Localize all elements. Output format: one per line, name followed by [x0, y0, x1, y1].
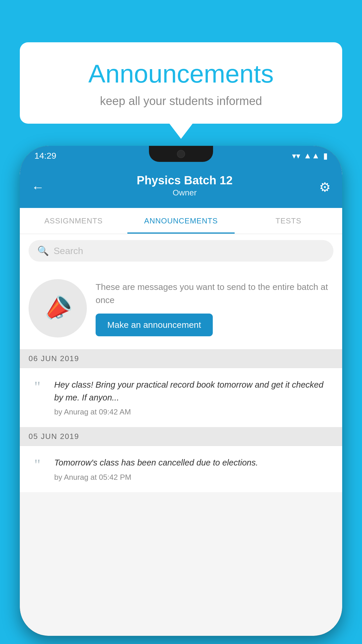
megaphone-icon: 📣 [39, 290, 76, 326]
promo-icon-circle: 📣 [29, 279, 87, 337]
settings-icon[interactable]: ⚙ [319, 180, 331, 195]
phone-frame: 14:29 ▾▾ ▲▲ ▮ ← Physics Batch 12 Owner ⚙ [20, 146, 342, 636]
phone-wrapper: 14:29 ▾▾ ▲▲ ▮ ← Physics Batch 12 Owner ⚙ [20, 146, 342, 636]
announcement-item-2: " Tomorrow's class has been cancelled du… [20, 446, 342, 493]
date-separator-2: 05 JUN 2019 [20, 427, 342, 446]
tab-assignments[interactable]: ASSIGNMENTS [20, 208, 127, 234]
search-icon: 🔍 [37, 245, 49, 256]
promo-section: 📣 These are messages you want to send to… [20, 267, 342, 349]
back-button[interactable]: ← [31, 180, 44, 195]
promo-content: These are messages you want to send to t… [96, 280, 333, 336]
announcement-content-1: Hey class! Bring your practical record b… [54, 379, 333, 416]
front-camera [177, 150, 185, 158]
status-time: 14:29 [34, 151, 56, 161]
announcement-author-2: by Anurag at 05:42 PM [54, 473, 333, 482]
search-placeholder: Search [54, 246, 83, 256]
announcement-author-1: by Anurag at 09:42 AM [54, 407, 333, 416]
app-bar-title: Physics Batch 12 [50, 174, 319, 187]
app-bar-title-area: Physics Batch 12 Owner [50, 174, 319, 197]
wifi-icon: ▾▾ [292, 151, 300, 161]
search-bar[interactable]: 🔍 Search [29, 240, 333, 262]
battery-icon: ▮ [323, 151, 328, 161]
quote-icon-2: " [29, 459, 46, 471]
phone-screen: 14:29 ▾▾ ▲▲ ▮ ← Physics Batch 12 Owner ⚙ [20, 146, 342, 636]
signal-icon: ▲▲ [304, 151, 320, 160]
status-icons: ▾▾ ▲▲ ▮ [292, 151, 328, 161]
app-bar-subtitle: Owner [50, 188, 319, 197]
announcement-item-1: " Hey class! Bring your practical record… [20, 368, 342, 427]
announcement-message-2: Tomorrow's class has been cancelled due … [54, 456, 333, 469]
date-separator-1: 06 JUN 2019 [20, 349, 342, 368]
app-bar: ← Physics Batch 12 Owner ⚙ [20, 166, 342, 208]
speech-bubble-card: Announcements keep all your students inf… [20, 42, 342, 124]
tab-tests[interactable]: TESTS [235, 208, 342, 234]
tabs-bar: ASSIGNMENTS ANNOUNCEMENTS TESTS [20, 208, 342, 234]
promo-description: These are messages you want to send to t… [96, 280, 333, 307]
speech-bubble: Announcements keep all your students inf… [20, 42, 342, 124]
announcement-content-2: Tomorrow's class has been cancelled due … [54, 456, 333, 482]
tab-announcements[interactable]: ANNOUNCEMENTS [127, 208, 235, 234]
speech-bubble-title: Announcements [43, 60, 319, 88]
search-container: 🔍 Search [20, 234, 342, 267]
make-announcement-button[interactable]: Make an announcement [96, 314, 213, 336]
quote-icon-1: " [29, 381, 46, 393]
phone-notch [149, 146, 213, 162]
screen-content: ← Physics Batch 12 Owner ⚙ ASSIGNMENTS A… [20, 166, 342, 636]
announcement-message-1: Hey class! Bring your practical record b… [54, 379, 333, 404]
speech-bubble-subtitle: keep all your students informed [43, 94, 319, 108]
